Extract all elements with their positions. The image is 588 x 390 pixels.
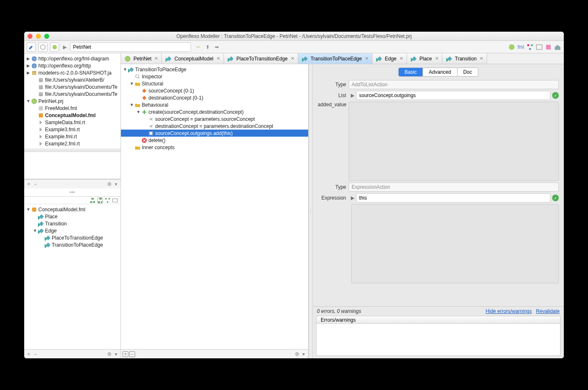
tree-node[interactable]: ▼Structural bbox=[121, 80, 308, 87]
tree-node[interactable]: ▶http://openflexo.org/http bbox=[24, 62, 121, 69]
tab-conceptualmodel[interactable]: ConceptualModel✕ bbox=[162, 53, 224, 64]
close-icon[interactable]: ✕ bbox=[400, 56, 403, 61]
inspector-tab-doc[interactable]: Doc bbox=[457, 68, 478, 76]
filter-tree-icon[interactable] bbox=[90, 198, 95, 203]
add-button[interactable]: + bbox=[26, 181, 32, 187]
tree-node[interactable]: ▼create(sourceConcept,destinationConcept… bbox=[121, 108, 308, 115]
tree-node[interactable]: file:/Users/sylvain/Documents/Te bbox=[24, 83, 121, 90]
breadcrumb-input[interactable]: PetriNet bbox=[70, 42, 191, 52]
nav-fwd-icon[interactable]: ➡ bbox=[214, 44, 220, 50]
svg-point-0 bbox=[53, 45, 57, 49]
play-icon[interactable]: ▶ bbox=[349, 92, 356, 98]
nav-up-icon[interactable]: ⬆ bbox=[204, 44, 211, 50]
splitter[interactable]: ⋮ bbox=[309, 64, 313, 358]
tree-node[interactable]: Inspector bbox=[121, 73, 308, 80]
toggle-icon[interactable]: ▼ bbox=[26, 99, 31, 103]
perspective-proj-icon[interactable] bbox=[508, 43, 515, 51]
tree-node[interactable]: ▼PetriNet.prj bbox=[24, 98, 121, 105]
inspector-tab-advanced[interactable]: Advanced bbox=[423, 68, 457, 76]
close-icon[interactable]: ✕ bbox=[154, 56, 158, 61]
filter-instance-icon[interactable] bbox=[112, 198, 118, 203]
close-icon[interactable]: ✕ bbox=[365, 56, 369, 61]
perspective-puzzle-icon[interactable] bbox=[545, 43, 552, 51]
tree-node[interactable]: Example2.fml.rt bbox=[24, 140, 121, 147]
toggle-icon[interactable]: ▶ bbox=[26, 56, 31, 61]
tab-transition[interactable]: Transition✕ bbox=[442, 53, 487, 64]
tree-node[interactable]: FreeModel.fml bbox=[24, 105, 121, 112]
toolbar-edit-icon[interactable] bbox=[27, 42, 36, 52]
perspective-home-icon[interactable] bbox=[554, 43, 561, 51]
tree-node[interactable]: destinationConcept = parameters.destinat… bbox=[121, 122, 308, 130]
perspective-graph-icon[interactable] bbox=[526, 43, 534, 51]
tree-node[interactable]: ▼TransitionToPlaceEdge bbox=[121, 66, 308, 73]
tree-node[interactable]: Example.fml.rt bbox=[24, 133, 121, 140]
nav-back-icon[interactable]: ⤺ bbox=[195, 44, 202, 50]
toggle-icon[interactable]: ▼ bbox=[123, 67, 128, 72]
orange-icon bbox=[141, 88, 148, 94]
revalidate-link[interactable]: Revalidate bbox=[536, 308, 560, 314]
filter-struct-icon[interactable] bbox=[97, 198, 103, 203]
tree-node[interactable]: PlaceToTransitionEdge bbox=[24, 234, 121, 241]
gear-icon[interactable]: ⚙ bbox=[106, 351, 112, 357]
dropdown-icon[interactable]: ▾ bbox=[301, 351, 307, 357]
tab-edge[interactable]: Edge✕ bbox=[372, 53, 407, 64]
inspector-tab-basic[interactable]: Basic bbox=[399, 68, 423, 76]
dropdown-icon[interactable]: ▾ bbox=[113, 351, 119, 357]
perspective-fml-icon[interactable]: fml bbox=[517, 43, 525, 51]
tree-node[interactable]: ▶http://openflexo.org/fml-diagram bbox=[24, 55, 121, 62]
tree-node[interactable]: sourceConcept (0-1) bbox=[121, 87, 308, 94]
filter-model-icon[interactable] bbox=[105, 198, 111, 203]
tab-place[interactable]: Place✕ bbox=[407, 53, 442, 64]
gear-icon[interactable]: ⚙ bbox=[294, 351, 300, 357]
tree-label: destinationConcept = parameters.destinat… bbox=[155, 123, 273, 129]
tree-node[interactable]: sourceConcept.outgoings.add(this) bbox=[121, 130, 308, 137]
remove-button[interactable]: − bbox=[33, 181, 38, 187]
list-field[interactable]: sourceConcept.outgoings bbox=[356, 91, 550, 100]
toggle-icon[interactable]: ▶ bbox=[26, 70, 31, 75]
tree-node[interactable]: TransitionToPlaceEdge bbox=[24, 241, 121, 248]
expression-field[interactable]: this bbox=[356, 193, 550, 202]
tree-node[interactable]: SampleData.fml.rt bbox=[24, 119, 121, 126]
add-button[interactable]: + bbox=[123, 351, 128, 357]
toggle-icon[interactable]: ▼ bbox=[26, 207, 31, 212]
toolbar-proj-icon[interactable] bbox=[50, 42, 59, 52]
hide-errors-link[interactable]: Hide errors/warnings bbox=[486, 308, 532, 314]
tree-node[interactable]: ▼Edge bbox=[24, 227, 121, 234]
tree-node[interactable]: destinationConcept (0-1) bbox=[121, 94, 308, 101]
toggle-icon[interactable]: ▼ bbox=[129, 81, 134, 86]
tree-node[interactable]: sourceConcept = parameters.sourceConcept bbox=[121, 115, 308, 122]
tree-node[interactable]: file:/Users/sylvain/AtelierB/ bbox=[24, 76, 121, 83]
close-icon[interactable]: ✕ bbox=[216, 56, 220, 61]
tree-node[interactable]: ▼Behavioural bbox=[121, 101, 308, 108]
tab-petrinet[interactable]: PetriNet✕ bbox=[121, 53, 162, 64]
close-icon[interactable]: ✕ bbox=[435, 56, 439, 61]
add-button[interactable]: + bbox=[26, 351, 32, 357]
close-icon[interactable]: ✕ bbox=[291, 56, 294, 61]
remove-button[interactable]: − bbox=[33, 351, 38, 357]
play-icon[interactable]: ▶ bbox=[349, 195, 356, 201]
perspective-window-icon[interactable] bbox=[535, 43, 543, 51]
tree-node[interactable]: ConceptualModel.fml bbox=[24, 112, 121, 119]
svg-point-12 bbox=[39, 80, 43, 82]
tree-node[interactable]: ▶modelers-rc-2.0.0-SNAPSHOT.ja bbox=[24, 69, 121, 76]
tree-node[interactable]: Example3.fml.rt bbox=[24, 126, 121, 133]
tab-transitiontoplaceedge[interactable]: TransitionToPlaceEdge✕ bbox=[298, 53, 372, 64]
toggle-icon[interactable]: ▼ bbox=[129, 102, 134, 107]
close-icon[interactable]: ✕ bbox=[480, 56, 483, 61]
tree-node[interactable]: Place bbox=[24, 213, 121, 220]
scrollbar[interactable] bbox=[24, 149, 121, 152]
toggle-icon[interactable]: ▶ bbox=[26, 63, 31, 68]
tree-node[interactable]: Inner concepts bbox=[121, 144, 308, 151]
gear-icon[interactable]: ⚙ bbox=[106, 181, 112, 187]
tree-node[interactable]: delete() bbox=[121, 137, 308, 144]
errors-column-header[interactable]: Errors/warnings bbox=[317, 316, 560, 324]
toggle-icon[interactable]: ▼ bbox=[33, 228, 38, 233]
toggle-icon[interactable]: ▼ bbox=[136, 110, 141, 114]
tree-node[interactable]: Transition bbox=[24, 220, 121, 227]
dropdown-icon[interactable]: ▾ bbox=[113, 181, 119, 187]
remove-button[interactable]: − bbox=[129, 351, 135, 357]
tab-placetotransitionedge[interactable]: PlaceToTransitionEdge✕ bbox=[224, 53, 298, 64]
tree-node[interactable]: ▼ConceptualModel.fml bbox=[24, 206, 121, 213]
tree-node[interactable]: file:/Users/sylvain/Documents/Te bbox=[24, 90, 121, 98]
toolbar-cube-icon[interactable] bbox=[38, 42, 48, 52]
